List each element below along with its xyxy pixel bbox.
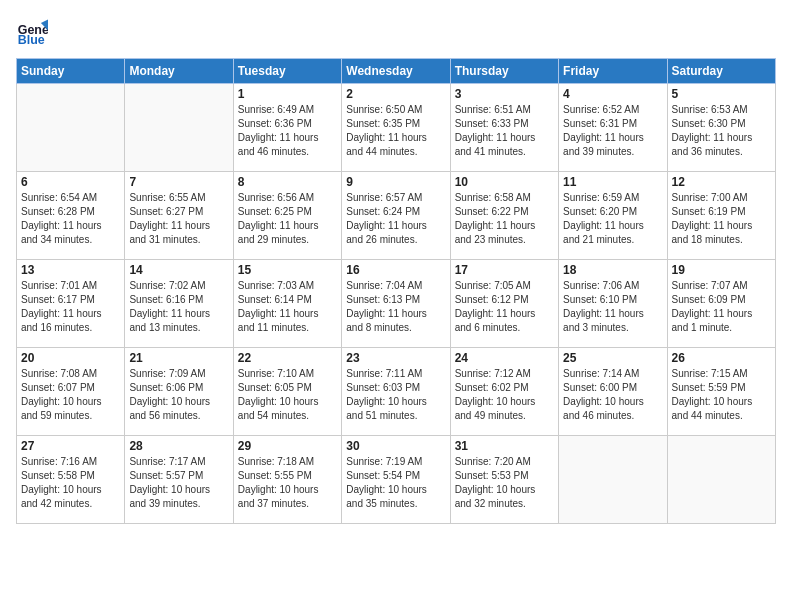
calendar-cell: 11Sunrise: 6:59 AM Sunset: 6:20 PM Dayli… — [559, 172, 667, 260]
day-number: 23 — [346, 351, 445, 365]
day-info: Sunrise: 7:04 AM Sunset: 6:13 PM Dayligh… — [346, 279, 445, 335]
day-info: Sunrise: 7:05 AM Sunset: 6:12 PM Dayligh… — [455, 279, 554, 335]
calendar-table: SundayMondayTuesdayWednesdayThursdayFrid… — [16, 58, 776, 524]
day-number: 3 — [455, 87, 554, 101]
day-number: 17 — [455, 263, 554, 277]
day-info: Sunrise: 7:11 AM Sunset: 6:03 PM Dayligh… — [346, 367, 445, 423]
day-number: 19 — [672, 263, 771, 277]
day-info: Sunrise: 6:50 AM Sunset: 6:35 PM Dayligh… — [346, 103, 445, 159]
day-header-monday: Monday — [125, 59, 233, 84]
day-number: 9 — [346, 175, 445, 189]
day-info: Sunrise: 6:55 AM Sunset: 6:27 PM Dayligh… — [129, 191, 228, 247]
day-number: 2 — [346, 87, 445, 101]
week-row-5: 27Sunrise: 7:16 AM Sunset: 5:58 PM Dayli… — [17, 436, 776, 524]
calendar-cell: 26Sunrise: 7:15 AM Sunset: 5:59 PM Dayli… — [667, 348, 775, 436]
day-header-sunday: Sunday — [17, 59, 125, 84]
calendar-cell: 14Sunrise: 7:02 AM Sunset: 6:16 PM Dayli… — [125, 260, 233, 348]
page-header: General Blue — [16, 16, 776, 48]
calendar-cell: 25Sunrise: 7:14 AM Sunset: 6:00 PM Dayli… — [559, 348, 667, 436]
calendar-cell: 31Sunrise: 7:20 AM Sunset: 5:53 PM Dayli… — [450, 436, 558, 524]
day-header-tuesday: Tuesday — [233, 59, 341, 84]
calendar-cell: 13Sunrise: 7:01 AM Sunset: 6:17 PM Dayli… — [17, 260, 125, 348]
day-number: 20 — [21, 351, 120, 365]
day-info: Sunrise: 6:53 AM Sunset: 6:30 PM Dayligh… — [672, 103, 771, 159]
day-info: Sunrise: 7:20 AM Sunset: 5:53 PM Dayligh… — [455, 455, 554, 511]
day-number: 8 — [238, 175, 337, 189]
calendar-header-row: SundayMondayTuesdayWednesdayThursdayFrid… — [17, 59, 776, 84]
day-info: Sunrise: 6:54 AM Sunset: 6:28 PM Dayligh… — [21, 191, 120, 247]
calendar-cell — [667, 436, 775, 524]
calendar-cell: 12Sunrise: 7:00 AM Sunset: 6:19 PM Dayli… — [667, 172, 775, 260]
calendar-cell: 28Sunrise: 7:17 AM Sunset: 5:57 PM Dayli… — [125, 436, 233, 524]
day-number: 12 — [672, 175, 771, 189]
logo: General Blue — [16, 16, 52, 48]
calendar-cell: 9Sunrise: 6:57 AM Sunset: 6:24 PM Daylig… — [342, 172, 450, 260]
calendar-cell: 24Sunrise: 7:12 AM Sunset: 6:02 PM Dayli… — [450, 348, 558, 436]
day-info: Sunrise: 7:17 AM Sunset: 5:57 PM Dayligh… — [129, 455, 228, 511]
day-info: Sunrise: 7:07 AM Sunset: 6:09 PM Dayligh… — [672, 279, 771, 335]
day-info: Sunrise: 7:12 AM Sunset: 6:02 PM Dayligh… — [455, 367, 554, 423]
calendar-cell: 29Sunrise: 7:18 AM Sunset: 5:55 PM Dayli… — [233, 436, 341, 524]
day-info: Sunrise: 7:15 AM Sunset: 5:59 PM Dayligh… — [672, 367, 771, 423]
calendar-cell: 5Sunrise: 6:53 AM Sunset: 6:30 PM Daylig… — [667, 84, 775, 172]
day-info: Sunrise: 7:18 AM Sunset: 5:55 PM Dayligh… — [238, 455, 337, 511]
calendar-cell: 3Sunrise: 6:51 AM Sunset: 6:33 PM Daylig… — [450, 84, 558, 172]
day-info: Sunrise: 7:19 AM Sunset: 5:54 PM Dayligh… — [346, 455, 445, 511]
calendar-cell: 18Sunrise: 7:06 AM Sunset: 6:10 PM Dayli… — [559, 260, 667, 348]
calendar-cell: 23Sunrise: 7:11 AM Sunset: 6:03 PM Dayli… — [342, 348, 450, 436]
day-number: 21 — [129, 351, 228, 365]
day-info: Sunrise: 6:49 AM Sunset: 6:36 PM Dayligh… — [238, 103, 337, 159]
day-number: 7 — [129, 175, 228, 189]
day-header-wednesday: Wednesday — [342, 59, 450, 84]
svg-text:Blue: Blue — [18, 33, 45, 47]
calendar-cell: 8Sunrise: 6:56 AM Sunset: 6:25 PM Daylig… — [233, 172, 341, 260]
calendar-cell: 17Sunrise: 7:05 AM Sunset: 6:12 PM Dayli… — [450, 260, 558, 348]
calendar-cell: 6Sunrise: 6:54 AM Sunset: 6:28 PM Daylig… — [17, 172, 125, 260]
week-row-2: 6Sunrise: 6:54 AM Sunset: 6:28 PM Daylig… — [17, 172, 776, 260]
calendar-cell: 16Sunrise: 7:04 AM Sunset: 6:13 PM Dayli… — [342, 260, 450, 348]
day-number: 24 — [455, 351, 554, 365]
calendar-cell — [17, 84, 125, 172]
calendar-cell: 21Sunrise: 7:09 AM Sunset: 6:06 PM Dayli… — [125, 348, 233, 436]
day-number: 10 — [455, 175, 554, 189]
day-number: 6 — [21, 175, 120, 189]
calendar-cell: 30Sunrise: 7:19 AM Sunset: 5:54 PM Dayli… — [342, 436, 450, 524]
day-number: 11 — [563, 175, 662, 189]
calendar-cell: 22Sunrise: 7:10 AM Sunset: 6:05 PM Dayli… — [233, 348, 341, 436]
week-row-3: 13Sunrise: 7:01 AM Sunset: 6:17 PM Dayli… — [17, 260, 776, 348]
day-header-thursday: Thursday — [450, 59, 558, 84]
day-info: Sunrise: 7:00 AM Sunset: 6:19 PM Dayligh… — [672, 191, 771, 247]
logo-icon: General Blue — [16, 16, 48, 48]
day-number: 27 — [21, 439, 120, 453]
day-info: Sunrise: 6:51 AM Sunset: 6:33 PM Dayligh… — [455, 103, 554, 159]
day-number: 14 — [129, 263, 228, 277]
day-info: Sunrise: 6:52 AM Sunset: 6:31 PM Dayligh… — [563, 103, 662, 159]
day-info: Sunrise: 7:01 AM Sunset: 6:17 PM Dayligh… — [21, 279, 120, 335]
day-info: Sunrise: 6:57 AM Sunset: 6:24 PM Dayligh… — [346, 191, 445, 247]
day-info: Sunrise: 7:08 AM Sunset: 6:07 PM Dayligh… — [21, 367, 120, 423]
calendar-cell: 27Sunrise: 7:16 AM Sunset: 5:58 PM Dayli… — [17, 436, 125, 524]
day-info: Sunrise: 6:59 AM Sunset: 6:20 PM Dayligh… — [563, 191, 662, 247]
calendar-cell: 1Sunrise: 6:49 AM Sunset: 6:36 PM Daylig… — [233, 84, 341, 172]
day-info: Sunrise: 7:06 AM Sunset: 6:10 PM Dayligh… — [563, 279, 662, 335]
day-number: 25 — [563, 351, 662, 365]
day-number: 28 — [129, 439, 228, 453]
day-info: Sunrise: 6:56 AM Sunset: 6:25 PM Dayligh… — [238, 191, 337, 247]
day-info: Sunrise: 7:09 AM Sunset: 6:06 PM Dayligh… — [129, 367, 228, 423]
calendar-cell: 10Sunrise: 6:58 AM Sunset: 6:22 PM Dayli… — [450, 172, 558, 260]
day-number: 31 — [455, 439, 554, 453]
day-number: 13 — [21, 263, 120, 277]
day-number: 26 — [672, 351, 771, 365]
day-number: 18 — [563, 263, 662, 277]
calendar-cell: 20Sunrise: 7:08 AM Sunset: 6:07 PM Dayli… — [17, 348, 125, 436]
day-number: 16 — [346, 263, 445, 277]
day-info: Sunrise: 7:14 AM Sunset: 6:00 PM Dayligh… — [563, 367, 662, 423]
day-number: 30 — [346, 439, 445, 453]
day-number: 29 — [238, 439, 337, 453]
day-header-friday: Friday — [559, 59, 667, 84]
week-row-1: 1Sunrise: 6:49 AM Sunset: 6:36 PM Daylig… — [17, 84, 776, 172]
day-number: 5 — [672, 87, 771, 101]
day-header-saturday: Saturday — [667, 59, 775, 84]
calendar-cell — [125, 84, 233, 172]
calendar-cell: 15Sunrise: 7:03 AM Sunset: 6:14 PM Dayli… — [233, 260, 341, 348]
